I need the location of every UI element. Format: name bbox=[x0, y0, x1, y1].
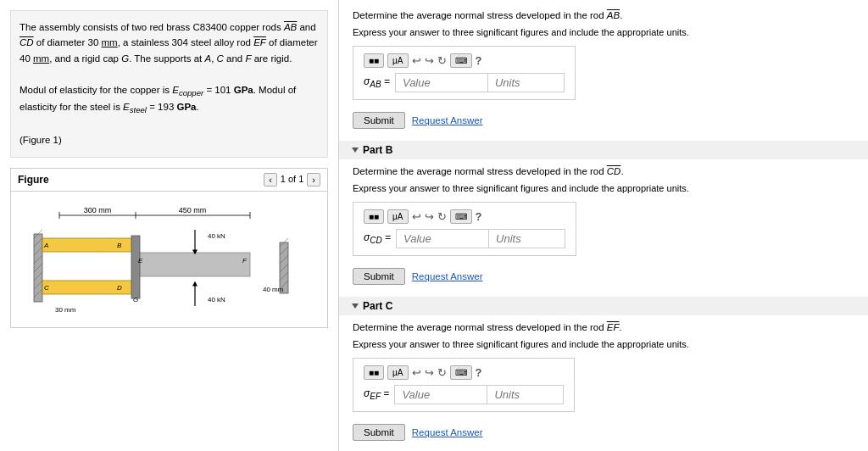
part-c-icon-btn[interactable]: ■■ bbox=[364, 365, 384, 380]
figure-diagram: 300 mm 450 mm bbox=[11, 192, 327, 327]
svg-text:B: B bbox=[117, 242, 122, 249]
part-c-label: Part C bbox=[363, 300, 392, 312]
part-c-toolbar: ■■ μA ↩ ↪ ↻ ⌨ ? bbox=[364, 365, 564, 380]
part-b-help-icon[interactable]: ? bbox=[476, 210, 482, 223]
part-a-undo-icon[interactable]: ↩ bbox=[412, 54, 421, 67]
part-a-request-answer-link[interactable]: Request Answer bbox=[412, 115, 483, 125]
part-b-header: Part B bbox=[339, 141, 868, 159]
part-c-header: Part C bbox=[339, 297, 868, 315]
part-c-input-block: ■■ μA ↩ ↪ ↻ ⌨ ? σEF = bbox=[353, 358, 575, 412]
part-b-sigfigs: Express your answer to three significant… bbox=[353, 183, 854, 193]
part-c-input-row: σEF = bbox=[364, 385, 564, 404]
part-b-instruction: Determine the average normal stress deve… bbox=[353, 166, 854, 176]
part-b-units-input[interactable] bbox=[489, 229, 565, 248]
svg-rect-26 bbox=[131, 236, 140, 298]
part-c-value-input[interactable] bbox=[394, 385, 487, 404]
left-panel: The assembly consists of two red brass C… bbox=[0, 0, 339, 451]
prev-figure-button[interactable]: ‹ bbox=[264, 173, 277, 187]
part-c-reset-icon[interactable]: ↻ bbox=[437, 366, 447, 379]
right-panel: Determine the average normal stress deve… bbox=[339, 0, 868, 451]
part-c-units-input[interactable] bbox=[487, 385, 564, 404]
svg-text:C: C bbox=[44, 284, 49, 292]
part-a-keyboard-btn[interactable]: ⌨ bbox=[450, 53, 472, 68]
part-c-actions: Submit Request Answer bbox=[353, 424, 854, 441]
next-figure-button[interactable]: › bbox=[307, 173, 320, 187]
part-a-toolbar: ■■ μA ↩ ↪ ↻ ⌨ ? bbox=[364, 53, 565, 68]
part-a-submit-button[interactable]: Submit bbox=[353, 112, 405, 129]
svg-text:A: A bbox=[43, 242, 48, 249]
part-b-sigma-label: σCD = bbox=[364, 231, 391, 245]
svg-text:D: D bbox=[117, 284, 122, 292]
part-b-mu-btn[interactable]: μA bbox=[387, 209, 408, 224]
part-a-units-input[interactable] bbox=[488, 73, 565, 92]
part-b-collapse-icon[interactable] bbox=[352, 148, 359, 153]
svg-text:40 kN: 40 kN bbox=[208, 232, 225, 240]
part-a-input-row: σAB = bbox=[364, 73, 565, 92]
problem-description: The assembly consists of two red brass C… bbox=[10, 10, 328, 158]
part-b-request-answer-link[interactable]: Request Answer bbox=[412, 271, 483, 281]
part-a-instruction: Determine the average normal stress deve… bbox=[353, 10, 854, 20]
svg-text:300 mm: 300 mm bbox=[83, 206, 111, 214]
part-b-label: Part B bbox=[363, 144, 392, 156]
part-b-redo-icon[interactable]: ↪ bbox=[425, 210, 434, 223]
part-b-input-row: σCD = bbox=[364, 229, 565, 248]
part-b-submit-button[interactable]: Submit bbox=[353, 268, 405, 285]
figure-section: Figure ‹ 1 of 1 › 300 mm 450 mm bbox=[10, 168, 328, 328]
part-c-request-answer-link[interactable]: Request Answer bbox=[412, 427, 483, 437]
part-a-help-icon[interactable]: ? bbox=[476, 54, 482, 67]
svg-text:450 mm: 450 mm bbox=[178, 206, 206, 214]
part-c-sigma-label: σEF = bbox=[364, 387, 389, 401]
problem-line-2: Modul of elasticity for the copper is Ec… bbox=[19, 82, 319, 117]
svg-text:30 mm: 30 mm bbox=[55, 306, 76, 314]
part-a-actions: Submit Request Answer bbox=[353, 112, 854, 129]
part-a-icon-btn[interactable]: ■■ bbox=[364, 53, 384, 68]
part-a-input-block: ■■ μA ↩ ↪ ↻ ⌨ ? σAB = bbox=[353, 46, 576, 100]
part-a-reset-icon[interactable]: ↻ bbox=[437, 54, 447, 67]
part-c-mu-btn[interactable]: μA bbox=[387, 365, 408, 380]
part-a-value-input[interactable] bbox=[395, 73, 488, 92]
part-a-sigma-label: σAB = bbox=[364, 75, 390, 89]
part-a-sigfigs: Express your answer to three significant… bbox=[353, 27, 854, 37]
part-c-help-icon[interactable]: ? bbox=[476, 366, 482, 379]
figure-header: Figure ‹ 1 of 1 › bbox=[11, 169, 327, 192]
part-c-sigfigs: Express your answer to three significant… bbox=[353, 339, 854, 349]
part-b-reset-icon[interactable]: ↻ bbox=[437, 210, 447, 223]
svg-text:G: G bbox=[133, 296, 138, 303]
svg-text:E: E bbox=[138, 257, 143, 264]
part-c-keyboard-btn[interactable]: ⌨ bbox=[450, 365, 472, 380]
part-b-input-block: ■■ μA ↩ ↪ ↻ ⌨ ? σCD = bbox=[353, 202, 576, 256]
svg-text:40 mm: 40 mm bbox=[263, 286, 284, 293]
part-b-value-input[interactable] bbox=[396, 229, 489, 248]
part-c-redo-icon[interactable]: ↪ bbox=[425, 366, 434, 379]
part-c-undo-icon[interactable]: ↩ bbox=[412, 366, 421, 379]
figure-title: Figure bbox=[18, 172, 49, 187]
part-c-collapse-icon[interactable] bbox=[352, 303, 359, 309]
part-b-icon-btn[interactable]: ■■ bbox=[364, 209, 384, 224]
figure-ref: (Figure 1) bbox=[19, 132, 319, 148]
svg-rect-25 bbox=[136, 253, 250, 276]
part-a-mu-btn[interactable]: μA bbox=[387, 53, 408, 68]
figure-page: 1 of 1 bbox=[281, 172, 304, 187]
svg-rect-23 bbox=[42, 238, 136, 252]
part-a-redo-icon[interactable]: ↪ bbox=[425, 54, 434, 67]
part-b-actions: Submit Request Answer bbox=[353, 268, 854, 285]
part-c-submit-button[interactable]: Submit bbox=[353, 424, 405, 441]
part-b-undo-icon[interactable]: ↩ bbox=[412, 210, 421, 223]
part-c-instruction: Determine the average normal stress deve… bbox=[353, 322, 854, 332]
svg-text:40 kN: 40 kN bbox=[208, 296, 225, 303]
problem-line-1: The assembly consists of two red brass C… bbox=[19, 19, 319, 66]
assembly-svg: 300 mm 450 mm bbox=[25, 200, 314, 319]
part-b-keyboard-btn[interactable]: ⌨ bbox=[450, 209, 472, 224]
part-b-toolbar: ■■ μA ↩ ↪ ↻ ⌨ ? bbox=[364, 209, 565, 224]
figure-navigation: ‹ 1 of 1 › bbox=[264, 172, 320, 187]
